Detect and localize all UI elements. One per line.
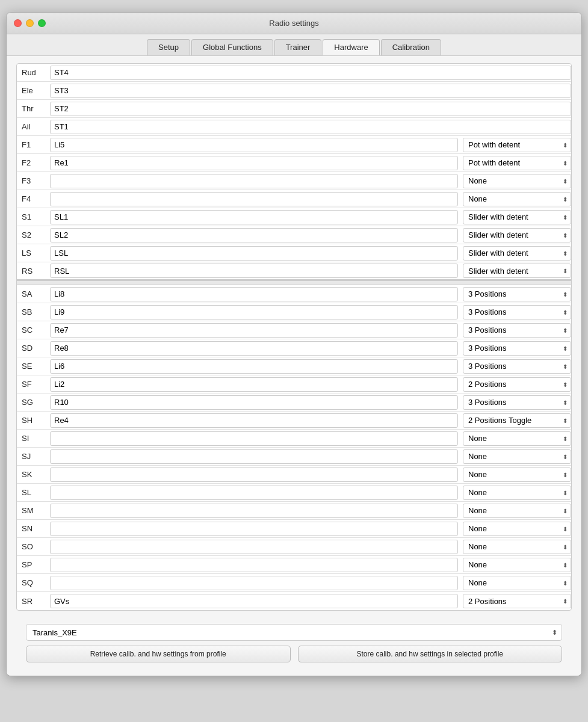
select-sq[interactable]: None2 Positions2 Positions Toggle3 Posit… [463, 576, 571, 590]
row-label-thr: Thr [17, 102, 50, 116]
select-f3[interactable]: NonePotPot with detentSliderSlider with … [463, 174, 571, 188]
input-f4[interactable] [50, 192, 458, 206]
select-f4[interactable]: NonePotPot with detentSliderSlider with … [463, 192, 571, 206]
input-rs[interactable] [50, 264, 458, 278]
select-se[interactable]: 3 PositionsNone2 Positions2 Positions To… [463, 359, 571, 374]
select-wrap-si: None2 Positions2 Positions Toggle3 Posit… [463, 431, 571, 446]
input-sc[interactable] [50, 323, 458, 338]
select-sh[interactable]: 2 Positions ToggleNone2 Positions3 Posit… [463, 413, 571, 428]
input-sq[interactable] [50, 576, 458, 590]
select-sr[interactable]: 2 PositionsNone2 Positions Toggle3 Posit… [463, 594, 571, 608]
table-row: SM None2 Positions2 Positions Toggle3 Po… [17, 502, 571, 520]
select-sg[interactable]: 3 PositionsNone2 Positions2 Positions To… [463, 395, 571, 410]
table-row: Ail [17, 118, 571, 136]
table-row: Ele [17, 82, 571, 100]
select-wrap-sp: None2 Positions2 Positions Toggle3 Posit… [463, 558, 571, 572]
tab-calibration[interactable]: Calibration [381, 39, 441, 55]
select-f1[interactable]: Pot with detentNonePotSliderSlider with … [463, 138, 571, 152]
input-sg[interactable] [50, 395, 458, 410]
minimize-button[interactable] [26, 19, 34, 27]
input-sn[interactable] [50, 522, 458, 536]
input-sa[interactable] [50, 287, 458, 301]
input-so[interactable] [50, 540, 458, 554]
table-row: SB 3 PositionsNone2 Positions2 Positions… [17, 303, 571, 321]
input-sk[interactable] [50, 467, 458, 482]
select-sb[interactable]: 3 PositionsNone2 Positions2 Positions To… [463, 305, 571, 319]
row-label-f2: F2 [17, 156, 50, 170]
input-f3[interactable] [50, 174, 458, 188]
row-label-sr: SR [17, 594, 50, 608]
select-sa[interactable]: 3 PositionsNone2 Positions2 Positions To… [463, 287, 571, 301]
store-button[interactable]: Store calib. and hw settings in selected… [298, 646, 563, 662]
input-sh[interactable] [50, 413, 458, 428]
select-sc[interactable]: 3 PositionsNone2 Positions2 Positions To… [463, 323, 571, 338]
input-ail[interactable] [50, 120, 571, 134]
input-sb[interactable] [50, 305, 458, 319]
row-label-s2: S2 [17, 228, 50, 242]
row-label-si: SI [17, 431, 50, 445]
input-sl[interactable] [50, 486, 458, 500]
input-se[interactable] [50, 359, 458, 374]
tab-global-functions[interactable]: Global Functions [191, 39, 273, 55]
select-wrap-s2: Slider with detentNonePotPot with detent… [463, 228, 571, 242]
table-row: SN None2 Positions2 Positions Toggle3 Po… [17, 520, 571, 538]
select-wrap-se: 3 PositionsNone2 Positions2 Positions To… [463, 359, 571, 374]
input-sd[interactable] [50, 341, 458, 356]
tab-hardware[interactable]: Hardware [323, 39, 379, 55]
input-ele[interactable] [50, 84, 571, 98]
select-sj[interactable]: None2 Positions2 Positions Toggle3 Posit… [463, 449, 571, 464]
select-si[interactable]: None2 Positions2 Positions Toggle3 Posit… [463, 431, 571, 446]
tab-setup[interactable]: Setup [147, 39, 190, 55]
select-sn[interactable]: None2 Positions2 Positions Toggle3 Posit… [463, 522, 571, 536]
retrieve-button[interactable]: Retrieve calib. and hw settings from pro… [26, 646, 291, 662]
select-s1[interactable]: Slider with detentNonePotPot with detent… [463, 210, 571, 224]
select-sf[interactable]: 2 PositionsNone2 Positions Toggle3 Posit… [463, 377, 571, 392]
input-sr[interactable] [50, 594, 458, 608]
input-s2[interactable] [50, 228, 458, 242]
table-row: SF 2 PositionsNone2 Positions Toggle3 Po… [17, 375, 571, 393]
input-rud[interactable] [50, 66, 571, 80]
row-label-f4: F4 [17, 192, 50, 206]
table-row: Rud [17, 64, 571, 82]
table-row: S1 Slider with detentNonePotPot with det… [17, 208, 571, 226]
table-row: F4 NonePotPot with detentSliderSlider wi… [17, 190, 571, 208]
profile-select[interactable]: Taranis_X9E [26, 624, 562, 641]
table-row: SL None2 Positions2 Positions Toggle3 Po… [17, 484, 571, 502]
row-label-sd: SD [17, 341, 50, 355]
select-sd[interactable]: 3 PositionsNone2 Positions2 Positions To… [463, 341, 571, 356]
row-label-ls: LS [17, 246, 50, 260]
table-row: SD 3 PositionsNone2 Positions2 Positions… [17, 339, 571, 357]
select-sk[interactable]: None2 Positions2 Positions Toggle3 Posit… [463, 467, 571, 482]
select-sm[interactable]: None2 Positions2 Positions Toggle3 Posit… [463, 504, 571, 518]
maximize-button[interactable] [38, 19, 46, 27]
select-so[interactable]: None2 Positions2 Positions Toggle3 Posit… [463, 540, 571, 554]
select-sp[interactable]: None2 Positions2 Positions Toggle3 Posit… [463, 558, 571, 572]
select-wrap-sk: None2 Positions2 Positions Toggle3 Posit… [463, 467, 571, 482]
table-row: SI None2 Positions2 Positions Toggle3 Po… [17, 430, 571, 448]
input-f2[interactable] [50, 156, 458, 170]
row-label-sq: SQ [17, 576, 50, 590]
input-sm[interactable] [50, 504, 458, 518]
input-sf[interactable] [50, 377, 458, 392]
close-button[interactable] [14, 19, 22, 27]
row-label-sb: SB [17, 305, 50, 319]
select-wrap-f2: Pot with detentNonePotSliderSlider with … [463, 156, 571, 170]
input-s1[interactable] [50, 210, 458, 224]
input-f1[interactable] [50, 138, 458, 152]
select-rs[interactable]: Slider with detentNonePotPot with detent… [463, 264, 571, 278]
tab-trainer[interactable]: Trainer [274, 39, 322, 55]
input-ls[interactable] [50, 246, 458, 261]
table-row: Thr [17, 100, 571, 118]
select-s2[interactable]: Slider with detentNonePotPot with detent… [463, 228, 571, 242]
input-si[interactable] [50, 431, 458, 446]
row-label-sp: SP [17, 558, 50, 572]
table-row: F2 Pot with detentNonePotSliderSlider wi… [17, 154, 571, 172]
select-sl[interactable]: None2 Positions2 Positions Toggle3 Posit… [463, 486, 571, 500]
select-f2[interactable]: Pot with detentNonePotSliderSlider with … [463, 156, 571, 170]
input-thr[interactable] [50, 102, 571, 116]
input-sj[interactable] [50, 449, 458, 464]
row-label-sg: SG [17, 395, 50, 409]
select-ls[interactable]: Slider with detentNonePotPot with detent… [463, 246, 571, 261]
row-label-s1: S1 [17, 210, 50, 224]
input-sp[interactable] [50, 558, 458, 572]
